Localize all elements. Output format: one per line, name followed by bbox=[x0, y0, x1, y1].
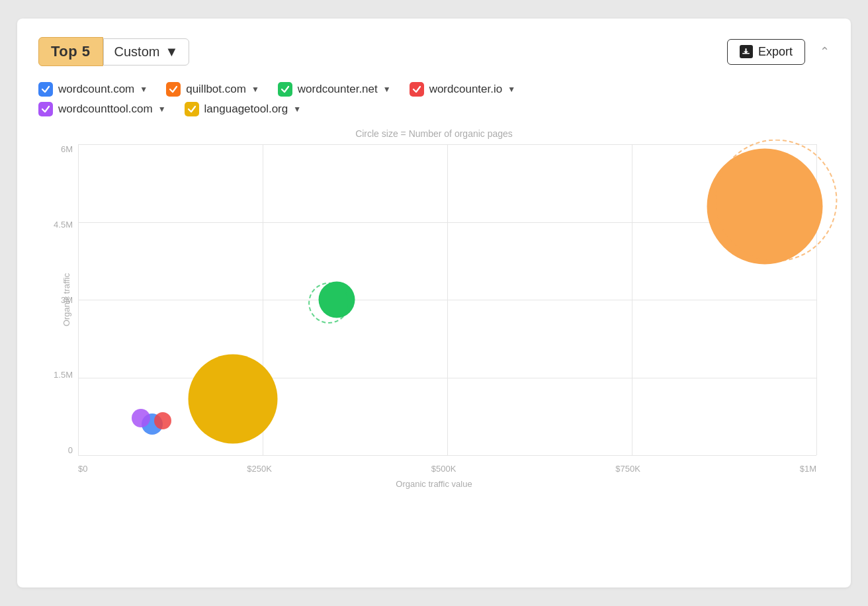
legend-chevron-wordcounter_net[interactable]: ▼ bbox=[383, 85, 391, 94]
top-bar: Top 5 Custom ▼ Export ⌃ bbox=[38, 37, 830, 66]
checkbox-wordcount[interactable] bbox=[38, 82, 53, 97]
bubble-wordcounter_io_solid bbox=[154, 412, 171, 429]
collapse-icon[interactable]: ⌃ bbox=[820, 44, 830, 59]
legend-chevron-wordcounttool[interactable]: ▼ bbox=[158, 105, 166, 114]
x-label: $0 bbox=[78, 464, 87, 474]
chevron-down-icon: ▼ bbox=[165, 44, 178, 60]
x-label: $1M bbox=[800, 464, 816, 474]
x-label: $250K bbox=[247, 464, 272, 474]
grid-line-v bbox=[78, 144, 79, 455]
grid-line-v bbox=[632, 144, 632, 455]
legend-item-wordcount[interactable]: wordcount.com ▼ bbox=[38, 82, 148, 97]
y-label: 1.5M bbox=[44, 370, 73, 380]
legend-item-languagetool[interactable]: languagetool.org ▼ bbox=[185, 102, 302, 116]
legend-chevron-quillbot[interactable]: ▼ bbox=[251, 85, 259, 94]
legend-label-languagetool: languagetool.org bbox=[204, 103, 288, 116]
bubble-languagetool_solid bbox=[189, 355, 278, 444]
legend-label-wordcounttool: wordcounttool.com bbox=[58, 103, 153, 116]
export-icon bbox=[740, 45, 753, 58]
legend-chevron-languagetool[interactable]: ▼ bbox=[293, 105, 301, 114]
legend-label-wordcounter_io: wordcounter.io bbox=[429, 83, 503, 96]
chart-area: Organic traffic 6M4.5M3M1.5M0 $0$250K$50… bbox=[78, 144, 816, 455]
chart-container: Circle size = Number of organic pages Or… bbox=[38, 128, 830, 486]
y-label: 0 bbox=[44, 445, 73, 455]
checkbox-wordcounter_net[interactable] bbox=[278, 82, 292, 97]
y-label: 3M bbox=[44, 295, 73, 305]
checkbox-wordcounter_io[interactable] bbox=[410, 82, 424, 97]
bubble-wordcounter_net_dashed bbox=[308, 282, 349, 324]
legend-chevron-wordcounter_io[interactable]: ▼ bbox=[507, 85, 515, 94]
x-axis-label: Organic traffic value bbox=[38, 479, 830, 489]
legend-row-1: wordcount.com ▼ quillbot.com ▼ wordcount… bbox=[38, 82, 830, 97]
checkbox-wordcounttool[interactable] bbox=[38, 102, 53, 116]
bubble-quillbot_dashed bbox=[715, 139, 837, 261]
y-labels: 6M4.5M3M1.5M0 bbox=[44, 144, 73, 455]
custom-dropdown[interactable]: Custom ▼ bbox=[103, 38, 190, 65]
legend-label-quillbot: quillbot.com bbox=[186, 83, 246, 96]
grid-line-h bbox=[78, 455, 816, 456]
top5-badge[interactable]: Top 5 bbox=[38, 37, 103, 66]
legend-row-2: wordcounttool.com ▼ languagetool.org ▼ bbox=[38, 102, 830, 116]
grid-line-v bbox=[447, 144, 448, 455]
main-card: Top 5 Custom ▼ Export ⌃ wordcount.com ▼ bbox=[17, 19, 851, 587]
export-button[interactable]: Export bbox=[727, 39, 805, 65]
legend-chevron-wordcount[interactable]: ▼ bbox=[140, 85, 148, 94]
x-labels: $0$250K$500K$750K$1M bbox=[78, 464, 816, 474]
legend-item-wordcounttool[interactable]: wordcounttool.com ▼ bbox=[38, 102, 166, 116]
checkbox-quillbot[interactable] bbox=[166, 82, 181, 97]
top-left-controls: Top 5 Custom ▼ bbox=[38, 37, 189, 66]
legend-item-wordcounter_net[interactable]: wordcounter.net ▼ bbox=[278, 82, 391, 97]
legend-label-wordcount: wordcount.com bbox=[58, 83, 134, 96]
x-label: $500K bbox=[431, 464, 456, 474]
chart-title: Circle size = Number of organic pages bbox=[38, 128, 830, 139]
legend-container: wordcount.com ▼ quillbot.com ▼ wordcount… bbox=[38, 82, 830, 116]
checkbox-languagetool[interactable] bbox=[185, 102, 199, 116]
legend-label-wordcounter_net: wordcounter.net bbox=[298, 83, 378, 96]
legend-item-wordcounter_io[interactable]: wordcounter.io ▼ bbox=[410, 82, 515, 97]
bubble-wordcounttool_solid bbox=[132, 409, 150, 427]
y-label: 6M bbox=[44, 144, 73, 154]
y-label: 4.5M bbox=[44, 220, 73, 230]
legend-item-quillbot[interactable]: quillbot.com ▼ bbox=[166, 82, 259, 97]
x-label: $750K bbox=[615, 464, 640, 474]
